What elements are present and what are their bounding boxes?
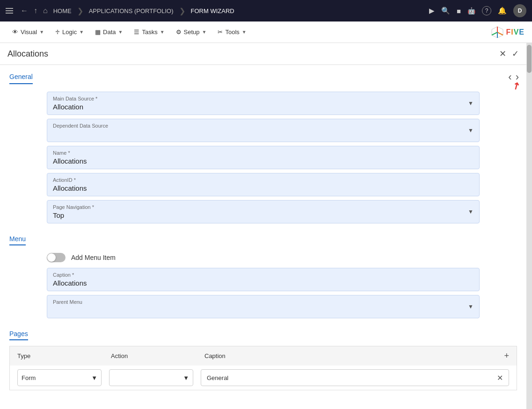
tab-general[interactable]: General: [9, 73, 33, 84]
parent-menu-field: Parent Menu ▼: [47, 295, 480, 318]
add-page-button[interactable]: +: [504, 351, 509, 361]
action-chevron: ▼: [183, 374, 189, 381]
breadcrumb-home[interactable]: HOME: [53, 7, 72, 14]
scrollbar-thumb[interactable]: [527, 45, 532, 73]
caption-value: Allocations: [53, 279, 474, 287]
col-type-header: Type: [17, 352, 111, 359]
stop-button[interactable]: ■: [457, 7, 461, 15]
name-value: Allocations: [53, 157, 474, 165]
data-icon: ▦: [95, 29, 101, 36]
logic-icon: ♱: [55, 29, 60, 36]
toolbar-logic-label: Logic: [62, 29, 77, 36]
play-button[interactable]: ▶: [429, 7, 435, 15]
dependent-data-source-value: [53, 130, 474, 138]
user-avatar[interactable]: D: [513, 4, 526, 17]
name-field[interactable]: Name * Allocations: [47, 146, 480, 169]
tasks-chevron: ▼: [160, 29, 165, 35]
up-button[interactable]: ↑: [34, 7, 37, 15]
pages-section: Type Action Caption + Form ▼ ▼ Gene: [0, 340, 526, 390]
back-button[interactable]: ←: [21, 7, 28, 15]
tab-section-general: General: [0, 65, 526, 84]
toolbar-setup-label: Setup: [184, 29, 200, 36]
dependent-data-source-field: Dependent Data Source ▼: [47, 119, 480, 142]
type-chevron: ▼: [91, 374, 97, 381]
caption-field[interactable]: Caption * Allocations: [47, 268, 480, 291]
main-data-source-dropdown[interactable]: ▼: [468, 100, 474, 107]
tab-section-menu: Menu: [0, 231, 526, 245]
confirm-button[interactable]: ✓: [512, 49, 519, 59]
caption-input[interactable]: General ✕: [201, 369, 509, 386]
toolbar-tasks-label: Tasks: [142, 29, 157, 36]
toolbar-setup[interactable]: ⚙ Setup ▼: [171, 26, 211, 38]
breadcrumb-formwizard[interactable]: FORM WIZARD: [191, 7, 234, 14]
close-button[interactable]: ✕: [499, 49, 506, 59]
robot-icon[interactable]: 🤖: [467, 7, 475, 14]
visual-icon: 👁: [12, 29, 18, 36]
page-navigation-label: Page Navigation *: [53, 204, 474, 210]
nav-arrows: ‹ › ↗: [508, 71, 519, 83]
dependent-data-source-dropdown[interactable]: ▼: [468, 127, 474, 134]
search-button[interactable]: 🔍: [441, 7, 450, 15]
col-action-header: Action: [111, 352, 204, 359]
top-navigation: ← ↑ ⌂ HOME ❯ APPLICATIONS (PORTFOLIO) ❯ …: [0, 0, 532, 22]
svg-line-3: [492, 32, 497, 35]
action-id-label: ActionID *: [53, 177, 474, 183]
add-menu-item-label: Add Menu Item: [71, 254, 116, 261]
logic-chevron: ▼: [79, 29, 84, 35]
main-toolbar: 👁 Visual ▼ ♱ Logic ▼ ▦ Data ▼ ☰ Tasks ▼ …: [0, 22, 532, 43]
data-chevron: ▼: [118, 29, 123, 35]
prev-arrow[interactable]: ‹: [508, 71, 511, 83]
setup-chevron: ▼: [202, 29, 207, 35]
breadcrumb-applications[interactable]: APPLICATIONS (PORTFOLIO): [89, 7, 174, 14]
caption-label: Caption *: [53, 272, 474, 278]
visual-chevron: ▼: [39, 29, 44, 35]
page-navigation-value: Top: [53, 211, 474, 219]
col-caption-header: Caption: [204, 352, 504, 359]
caption-input-value: General: [207, 374, 228, 381]
toolbar-visual[interactable]: 👁 Visual ▼: [7, 26, 49, 38]
tools-chevron: ▼: [242, 29, 247, 35]
parent-menu-label: Parent Menu: [53, 299, 474, 305]
form-content: General Main Data Source * Allocation ▼ …: [0, 65, 526, 409]
general-fields: Main Data Source * Allocation ▼ Dependen…: [0, 84, 526, 231]
main-data-source-label: Main Data Source *: [53, 96, 474, 101]
parent-menu-dropdown[interactable]: ▼: [468, 303, 474, 310]
menu-toggle-row: Add Menu Item: [47, 253, 480, 262]
notifications-button[interactable]: 🔔: [498, 7, 507, 15]
type-select[interactable]: Form ▼: [17, 369, 102, 386]
help-button[interactable]: ?: [482, 6, 491, 15]
tools-icon: ✂: [218, 29, 223, 36]
toolbar-logic[interactable]: ♱ Logic ▼: [51, 26, 88, 38]
menu-section: Add Menu Item Caption * Allocations Pare…: [0, 245, 526, 326]
toolbar-data[interactable]: ▦ Data ▼: [90, 26, 127, 38]
tab-menu[interactable]: Menu: [9, 235, 26, 245]
scrollbar[interactable]: [526, 43, 532, 409]
main-data-source-value: Allocation: [53, 103, 474, 111]
name-label: Name *: [53, 150, 474, 156]
action-value: [113, 374, 115, 381]
setup-icon: ⚙: [176, 29, 182, 36]
form-header: Allocations ✕ ✓: [0, 43, 526, 65]
five-logo: FIVE: [491, 26, 525, 39]
form-panel: Allocations ✕ ✓ ‹ › ↗ General Main Data …: [0, 43, 526, 409]
add-menu-item-toggle[interactable]: [47, 253, 66, 262]
toolbar-tools-label: Tools: [225, 29, 239, 36]
caption-clear-button[interactable]: ✕: [497, 373, 503, 382]
main-container: Allocations ✕ ✓ ‹ › ↗ General Main Data …: [0, 43, 532, 409]
tab-pages[interactable]: Pages: [9, 330, 28, 340]
action-id-field[interactable]: ActionID * Allocations: [47, 173, 480, 196]
hamburger-menu[interactable]: [6, 8, 13, 14]
dependent-data-source-label: Dependent Data Source: [53, 123, 474, 129]
toolbar-data-label: Data: [103, 29, 116, 36]
toolbar-tools[interactable]: ✂ Tools ▼: [213, 26, 251, 38]
toolbar-tasks[interactable]: ☰ Tasks ▼: [129, 26, 169, 38]
action-select[interactable]: ▼: [109, 369, 193, 386]
home-icon: ⌂: [43, 7, 48, 15]
page-navigation-dropdown[interactable]: ▼: [468, 208, 474, 215]
pages-table-header: Type Action Caption +: [9, 346, 517, 366]
table-row: Form ▼ ▼ General ✕: [9, 366, 517, 390]
type-value: Form: [22, 374, 36, 381]
svg-line-2: [497, 32, 503, 35]
parent-menu-value: [53, 306, 474, 314]
toolbar-visual-label: Visual: [21, 29, 37, 36]
